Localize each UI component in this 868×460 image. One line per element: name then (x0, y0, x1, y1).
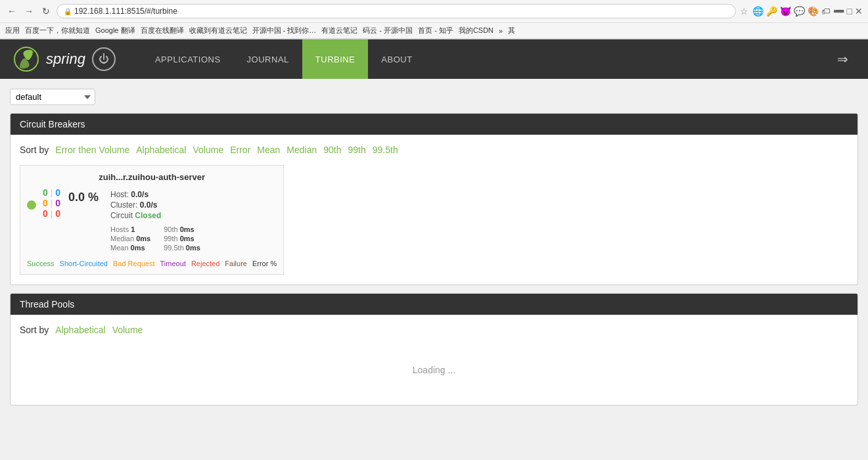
legend-rejected: Rejected (191, 260, 219, 267)
cb-sort-median[interactable]: Median (286, 145, 317, 155)
thread-pools-section: Thread Pools Sort by Alphabetical Volume… (10, 293, 858, 405)
browser-toolbar: ← → ↻ 🔒 192.168.1.111:8515/#/turbine ☆ 🌐… (0, 0, 868, 23)
nav: spring ⏻ APPLICATIONS JOURNAL TURBINE AB… (0, 39, 868, 79)
circuit-breakers-sort-row: Sort by Error then Volume Alphabetical V… (20, 145, 848, 155)
cb-card-auth-server: zuih...r.zuihou-auth-server 0 | 0 (20, 165, 284, 275)
legend-short-circuited: Short-Circuited (60, 260, 108, 267)
cb-rates: Host: 0.0/s Cluster: 0.0/s Circuit Close… (110, 190, 200, 220)
ext-icon-2[interactable]: 🔑 (766, 6, 777, 16)
cb-circuit-status: Closed (135, 211, 161, 220)
tp-sort-alphabetical[interactable]: Alphabetical (55, 325, 105, 335)
ext-icon-3[interactable]: 😈 (780, 6, 791, 16)
bookmark-csdn[interactable]: 我的CSDN (459, 26, 493, 35)
window-minimize[interactable]: ➖ (833, 6, 844, 16)
circuit-breakers-body: Sort by Error then Volume Alphabetical V… (11, 135, 857, 285)
browser-chrome: ← → ↻ 🔒 192.168.1.111:8515/#/turbine ☆ 🌐… (0, 0, 868, 39)
hosts-value: 1 (131, 225, 135, 233)
window-close[interactable]: ✕ (855, 6, 863, 16)
bookmark-google-translate[interactable]: Google 翻译 (95, 26, 135, 35)
ext-icon-6[interactable]: 🏷 (821, 6, 831, 16)
nav-about[interactable]: ABOUT (368, 39, 425, 79)
cb-stats: Hosts 1 Median 0ms Mean 0ms 90th 0ms 99t… (110, 225, 200, 253)
th995-label: 99.5th (164, 244, 184, 252)
ext-icon-4[interactable]: 💬 (794, 6, 805, 16)
circuit-breaker-cards: zuih...r.zuihou-auth-server 0 | 0 (20, 165, 848, 275)
bookmark-youdao[interactable]: 收藏到有道云笔记 (189, 26, 247, 35)
bookmarks-bar: 应用 百度一下，你就知道 Google 翻译 百度在线翻译 收藏到有道云笔记 开… (0, 23, 868, 39)
bookmark-baidu-translate[interactable]: 百度在线翻译 (141, 26, 184, 35)
bookmark-baidu[interactable]: 百度一下，你就知道 (25, 26, 90, 35)
bookmark-gitee[interactable]: 码云 - 开源中国 (363, 26, 413, 35)
refresh-button[interactable]: ↻ (39, 5, 53, 18)
th90-value: 0ms (180, 225, 194, 233)
cb-card-title: zuih...r.zuihou-auth-server (27, 172, 277, 182)
logout-icon[interactable]: ⇒ (831, 51, 855, 67)
url-text: 192.168.1.111:8515/#/turbine (74, 7, 177, 16)
legend-success: Success (27, 260, 55, 267)
nav-links: APPLICATIONS JOURNAL TURBINE ABOUT (142, 39, 831, 79)
bookmark-apps[interactable]: 应用 (5, 26, 20, 35)
cb-count-success-top: 0 (43, 187, 48, 198)
nav-logo-text: spring (46, 51, 85, 68)
th995-value: 0ms (186, 244, 200, 252)
cb-cluster-rate: 0.0/s (140, 200, 158, 210)
cb-count-rejected-bot: 0 (43, 208, 48, 219)
legend-bad-request: Bad Request (113, 260, 155, 267)
thread-pools-title: Thread Pools (20, 299, 74, 310)
power-icon: ⏻ (92, 47, 116, 71)
median-value: 0ms (136, 235, 150, 242)
bookmark-icon[interactable]: ☆ (740, 6, 748, 16)
cb-sort-995th[interactable]: 99.5th (373, 145, 398, 155)
nav-turbine[interactable]: TURBINE (302, 39, 369, 79)
cb-percent: 0.0 % (68, 191, 99, 204)
nav-journal[interactable]: JOURNAL (234, 39, 302, 79)
cb-sort-mean[interactable]: Mean (257, 145, 280, 155)
tp-sort-label: Sort by (20, 325, 49, 335)
legend-failure: Failure (225, 260, 247, 267)
th99-value: 0ms (180, 235, 194, 242)
cluster-select[interactable]: default (10, 89, 95, 105)
cb-status-circle (27, 200, 36, 210)
cb-sort-error[interactable]: Error (230, 145, 250, 155)
address-bar[interactable]: 🔒 192.168.1.111:8515/#/turbine (57, 4, 736, 18)
hosts-label: Hosts (110, 225, 129, 233)
loading-text: Loading ... (413, 365, 455, 375)
window-maximize[interactable]: □ (847, 6, 852, 16)
th90-label: 90th (164, 225, 177, 233)
bookmark-more[interactable]: » (499, 27, 503, 35)
cb-sort-99th[interactable]: 99th (348, 145, 366, 155)
cb-stat-right: 90th 0ms 99th 0ms 99.5th 0ms (164, 225, 200, 253)
cb-host-rate: 0.0/s (131, 190, 148, 199)
cb-count-timeout-mid: 0 (55, 198, 60, 208)
circuit-breakers-title: Circuit Breakers (20, 119, 85, 129)
bookmark-oschina[interactable]: 开源中国 - 找到你… (252, 26, 317, 35)
lock-icon: 🔒 (64, 8, 72, 15)
cb-sort-alphabetical[interactable]: Alphabetical (136, 145, 186, 155)
back-button[interactable]: ← (5, 5, 18, 18)
forward-button[interactable]: → (22, 5, 35, 18)
cb-sort-90th[interactable]: 90th (323, 145, 341, 155)
bookmark-other[interactable]: 其 (508, 26, 515, 35)
legend-timeout: Timeout (160, 260, 186, 267)
bookmark-zhihu[interactable]: 首页 - 知乎 (418, 26, 453, 35)
ext-icon-1[interactable]: 🌐 (752, 6, 764, 16)
nav-logo: spring ⏻ (13, 46, 116, 72)
cb-card-main: 0 | 0 0 | 0 (27, 187, 277, 253)
cb-sort-volume[interactable]: Volume (193, 145, 223, 155)
browser-actions: 🌐 🔑 😈 💬 🎨 🏷 ➖ □ ✕ (752, 6, 863, 16)
bookmark-youdao2[interactable]: 有道云笔记 (321, 26, 357, 35)
cb-stat-left: Hosts 1 Median 0ms Mean 0ms (110, 225, 150, 253)
tp-sort-volume[interactable]: Volume (112, 325, 143, 335)
mean-label: Mean (110, 244, 129, 252)
thread-pools-body: Sort by Alphabetical Volume Loading ... (11, 315, 857, 405)
ext-icon-5[interactable]: 🎨 (808, 6, 819, 16)
thread-pools-header: Thread Pools (11, 294, 857, 315)
circuit-breakers-header: Circuit Breakers (11, 114, 857, 135)
th99-label: 99th (164, 235, 177, 242)
cb-sort-error-volume[interactable]: Error then Volume (55, 145, 129, 155)
legend-error-pct: Error % (252, 260, 277, 267)
median-label: Median (110, 235, 134, 242)
cb-sort-label: Sort by (20, 145, 49, 155)
nav-applications[interactable]: APPLICATIONS (142, 39, 234, 79)
cb-count-bad-mid: 0 (43, 198, 48, 208)
